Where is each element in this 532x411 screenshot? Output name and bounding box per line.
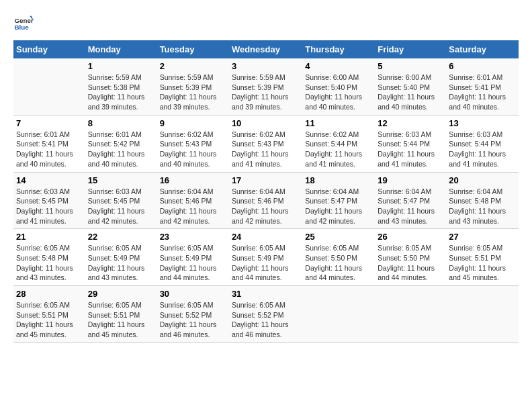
- day-number: 24: [232, 232, 300, 242]
- header-saturday: Saturday: [446, 40, 519, 58]
- calendar-cell: 13Sunrise: 6:03 AMSunset: 5:44 PMDayligh…: [446, 115, 519, 172]
- calendar-cell: [375, 286, 446, 343]
- day-number: 22: [88, 232, 154, 242]
- header-tuesday: Tuesday: [157, 40, 229, 58]
- calendar-cell: 14Sunrise: 6:03 AMSunset: 5:45 PMDayligh…: [13, 172, 85, 229]
- svg-text:Blue: Blue: [15, 24, 30, 31]
- calendar-cell: 25Sunrise: 6:05 AMSunset: 5:50 PMDayligh…: [302, 229, 375, 286]
- day-details: Sunrise: 6:05 AMSunset: 5:49 PMDaylight:…: [160, 243, 226, 283]
- calendar-cell: 30Sunrise: 6:05 AMSunset: 5:52 PMDayligh…: [157, 286, 229, 343]
- calendar-cell: 4Sunrise: 6:00 AMSunset: 5:40 PMDaylight…: [302, 58, 375, 115]
- day-details: Sunrise: 6:01 AMSunset: 5:41 PMDaylight:…: [449, 73, 516, 112]
- page-header: General Blue: [13, 13, 519, 34]
- day-details: Sunrise: 6:04 AMSunset: 5:48 PMDaylight:…: [449, 187, 516, 226]
- day-details: Sunrise: 5:59 AMSunset: 5:39 PMDaylight:…: [232, 73, 300, 112]
- logo: General Blue: [13, 13, 34, 34]
- day-number: 1: [88, 61, 154, 71]
- header-friday: Friday: [375, 40, 446, 58]
- week-row-4: 21Sunrise: 6:05 AMSunset: 5:48 PMDayligh…: [13, 229, 519, 286]
- day-details: Sunrise: 6:02 AMSunset: 5:43 PMDaylight:…: [160, 130, 226, 169]
- day-number: 14: [16, 175, 83, 185]
- day-number: 3: [232, 61, 300, 71]
- day-details: Sunrise: 6:01 AMSunset: 5:42 PMDaylight:…: [88, 130, 154, 169]
- day-number: 26: [378, 232, 443, 242]
- day-number: 15: [88, 175, 154, 185]
- day-details: Sunrise: 6:01 AMSunset: 5:41 PMDaylight:…: [16, 130, 83, 169]
- calendar-cell: 1Sunrise: 5:59 AMSunset: 5:38 PMDaylight…: [85, 58, 157, 115]
- calendar-cell: 19Sunrise: 6:04 AMSunset: 5:47 PMDayligh…: [375, 172, 446, 229]
- day-number: 20: [449, 175, 516, 185]
- calendar-cell: [446, 286, 519, 343]
- day-number: 29: [88, 289, 154, 299]
- day-number: 13: [449, 118, 516, 128]
- day-details: Sunrise: 6:05 AMSunset: 5:50 PMDaylight:…: [378, 243, 443, 283]
- calendar-cell: 21Sunrise: 6:05 AMSunset: 5:48 PMDayligh…: [13, 229, 85, 286]
- header-row: SundayMondayTuesdayWednesdayThursdayFrid…: [13, 40, 519, 58]
- calendar-cell: 8Sunrise: 6:01 AMSunset: 5:42 PMDaylight…: [85, 115, 157, 172]
- day-details: Sunrise: 6:05 AMSunset: 5:51 PMDaylight:…: [88, 300, 154, 340]
- day-details: Sunrise: 6:05 AMSunset: 5:50 PMDaylight:…: [305, 243, 372, 283]
- header-monday: Monday: [85, 40, 157, 58]
- calendar-cell: 31Sunrise: 6:05 AMSunset: 5:52 PMDayligh…: [229, 286, 302, 343]
- day-details: Sunrise: 6:03 AMSunset: 5:44 PMDaylight:…: [449, 130, 516, 169]
- day-number: 18: [305, 175, 372, 185]
- day-details: Sunrise: 6:00 AMSunset: 5:40 PMDaylight:…: [305, 73, 372, 112]
- day-details: Sunrise: 6:03 AMSunset: 5:45 PMDaylight:…: [16, 187, 83, 226]
- day-details: Sunrise: 6:03 AMSunset: 5:44 PMDaylight:…: [378, 130, 443, 169]
- day-number: 31: [232, 289, 300, 299]
- week-row-3: 14Sunrise: 6:03 AMSunset: 5:45 PMDayligh…: [13, 172, 519, 229]
- day-details: Sunrise: 6:04 AMSunset: 5:46 PMDaylight:…: [160, 187, 226, 226]
- calendar-cell: 7Sunrise: 6:01 AMSunset: 5:41 PMDaylight…: [13, 115, 85, 172]
- day-number: 2: [160, 61, 226, 71]
- day-details: Sunrise: 6:05 AMSunset: 5:51 PMDaylight:…: [16, 300, 83, 340]
- day-details: Sunrise: 5:59 AMSunset: 5:38 PMDaylight:…: [88, 73, 154, 112]
- calendar-cell: 16Sunrise: 6:04 AMSunset: 5:46 PMDayligh…: [157, 172, 229, 229]
- week-row-1: 1Sunrise: 5:59 AMSunset: 5:38 PMDaylight…: [13, 58, 519, 115]
- header-thursday: Thursday: [302, 40, 375, 58]
- logo-icon: General Blue: [13, 13, 34, 34]
- day-number: 11: [305, 118, 372, 128]
- day-details: Sunrise: 6:00 AMSunset: 5:40 PMDaylight:…: [378, 73, 443, 112]
- calendar-cell: 28Sunrise: 6:05 AMSunset: 5:51 PMDayligh…: [13, 286, 85, 343]
- day-details: Sunrise: 6:05 AMSunset: 5:49 PMDaylight:…: [88, 243, 154, 283]
- day-details: Sunrise: 6:02 AMSunset: 5:44 PMDaylight:…: [305, 130, 372, 169]
- calendar-cell: 24Sunrise: 6:05 AMSunset: 5:49 PMDayligh…: [229, 229, 302, 286]
- day-number: 19: [378, 175, 443, 185]
- week-row-5: 28Sunrise: 6:05 AMSunset: 5:51 PMDayligh…: [13, 286, 519, 343]
- calendar-cell: [302, 286, 375, 343]
- calendar-cell: 6Sunrise: 6:01 AMSunset: 5:41 PMDaylight…: [446, 58, 519, 115]
- day-number: 23: [160, 232, 226, 242]
- day-number: 9: [160, 118, 226, 128]
- day-number: 7: [16, 118, 83, 128]
- day-details: Sunrise: 6:04 AMSunset: 5:47 PMDaylight:…: [305, 187, 372, 226]
- day-details: Sunrise: 6:05 AMSunset: 5:49 PMDaylight:…: [232, 243, 300, 283]
- calendar-cell: 5Sunrise: 6:00 AMSunset: 5:40 PMDaylight…: [375, 58, 446, 115]
- calendar-cell: [13, 58, 85, 115]
- header-sunday: Sunday: [13, 40, 85, 58]
- week-row-2: 7Sunrise: 6:01 AMSunset: 5:41 PMDaylight…: [13, 115, 519, 172]
- calendar-cell: 11Sunrise: 6:02 AMSunset: 5:44 PMDayligh…: [302, 115, 375, 172]
- day-number: 27: [449, 232, 516, 242]
- day-number: 8: [88, 118, 154, 128]
- day-details: Sunrise: 6:04 AMSunset: 5:47 PMDaylight:…: [378, 187, 443, 226]
- day-details: Sunrise: 5:59 AMSunset: 5:39 PMDaylight:…: [160, 73, 226, 112]
- day-number: 16: [160, 175, 226, 185]
- header-wednesday: Wednesday: [229, 40, 302, 58]
- day-number: 4: [305, 61, 372, 71]
- calendar-cell: 23Sunrise: 6:05 AMSunset: 5:49 PMDayligh…: [157, 229, 229, 286]
- calendar-cell: 17Sunrise: 6:04 AMSunset: 5:46 PMDayligh…: [229, 172, 302, 229]
- calendar-cell: 15Sunrise: 6:03 AMSunset: 5:45 PMDayligh…: [85, 172, 157, 229]
- day-number: 5: [378, 61, 443, 71]
- calendar-cell: 27Sunrise: 6:05 AMSunset: 5:51 PMDayligh…: [446, 229, 519, 286]
- calendar-cell: 20Sunrise: 6:04 AMSunset: 5:48 PMDayligh…: [446, 172, 519, 229]
- calendar-cell: 29Sunrise: 6:05 AMSunset: 5:51 PMDayligh…: [85, 286, 157, 343]
- day-details: Sunrise: 6:04 AMSunset: 5:46 PMDaylight:…: [232, 187, 300, 226]
- day-number: 12: [378, 118, 443, 128]
- day-number: 10: [232, 118, 300, 128]
- calendar-cell: 12Sunrise: 6:03 AMSunset: 5:44 PMDayligh…: [375, 115, 446, 172]
- day-details: Sunrise: 6:05 AMSunset: 5:51 PMDaylight:…: [449, 243, 516, 283]
- calendar-cell: 9Sunrise: 6:02 AMSunset: 5:43 PMDaylight…: [157, 115, 229, 172]
- day-number: 17: [232, 175, 300, 185]
- calendar-cell: 3Sunrise: 5:59 AMSunset: 5:39 PMDaylight…: [229, 58, 302, 115]
- day-number: 28: [16, 289, 83, 299]
